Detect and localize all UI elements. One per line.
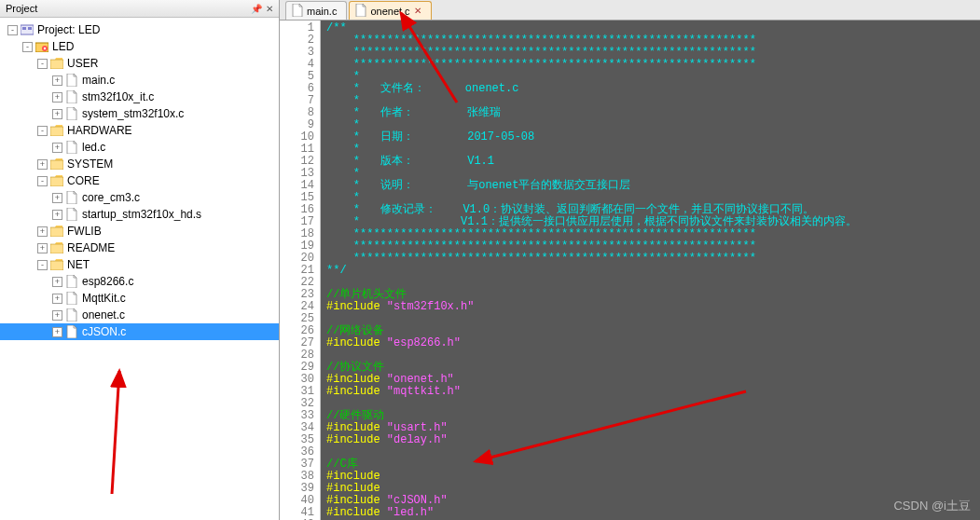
expander-icon[interactable]: -	[37, 260, 48, 270]
svg-rect-6	[50, 60, 63, 69]
file-icon	[64, 191, 79, 204]
folder-icon	[49, 225, 64, 238]
project-icon	[20, 23, 35, 36]
tree-label: led.c	[82, 141, 105, 154]
tree-label: FWLIB	[67, 225, 102, 238]
expander-icon[interactable]: -	[7, 25, 18, 35]
svg-rect-9	[50, 177, 63, 186]
svg-rect-10	[50, 227, 63, 237]
editor-tab[interactable]: main.c	[285, 1, 347, 20]
editor-tabs: main.conenet.c✕	[280, 0, 980, 21]
folder-icon	[49, 57, 64, 70]
tab-label: onenet.c	[370, 6, 409, 17]
expander-icon[interactable]: +	[52, 109, 62, 119]
svg-rect-8	[50, 160, 63, 170]
expander-icon[interactable]: +	[37, 243, 48, 253]
expander-icon[interactable]: +	[37, 226, 48, 237]
svg-rect-2	[28, 27, 32, 30]
tree-item[interactable]: +esp8266.c	[0, 273, 279, 290]
tree-item[interactable]: +SYSTEM	[0, 156, 279, 172]
tree-item[interactable]: +core_cm3.c	[0, 189, 279, 206]
tree-item[interactable]: +startup_stm32f10x_hd.s	[0, 206, 279, 223]
folder-icon	[49, 258, 64, 271]
tree-item[interactable]: +README	[0, 239, 279, 256]
tree-item[interactable]: -CORE	[0, 172, 279, 189]
expander-icon[interactable]: +	[52, 75, 62, 86]
tree-label: LED	[52, 40, 74, 53]
tree-label: cJSON.c	[82, 325, 126, 338]
expander-icon[interactable]: -	[22, 42, 33, 52]
folder-icon	[49, 124, 64, 137]
expander-icon[interactable]: +	[52, 92, 62, 103]
tab-label: main.c	[307, 6, 337, 17]
project-tree[interactable]: -Project: LED-LED-USER+main.c+stm32f10x_…	[0, 18, 279, 520]
tree-item[interactable]: +onenet.c	[0, 307, 279, 323]
expander-icon[interactable]: +	[52, 193, 62, 203]
target-icon	[35, 40, 49, 53]
tree-item[interactable]: +system_stm32f10x.c	[0, 105, 279, 122]
project-panel: Project 📌 ✕ -Project: LED-LED-USER+main.…	[0, 0, 280, 520]
file-icon	[64, 308, 79, 322]
tree-label: Project: LED	[37, 23, 100, 36]
tree-item[interactable]: -USER	[0, 55, 279, 72]
tree-item[interactable]: -HARDWARE	[0, 122, 279, 139]
folder-icon	[49, 157, 64, 171]
svg-rect-12	[50, 261, 63, 270]
tree-label: main.c	[82, 74, 115, 87]
file-icon	[64, 325, 79, 338]
tree-item[interactable]: -LED	[0, 38, 279, 55]
tree-label: esp8266.c	[82, 275, 133, 288]
expander-icon[interactable]: +	[52, 143, 62, 153]
svg-rect-1	[22, 27, 26, 30]
pin-icon[interactable]: 📌	[251, 4, 262, 14]
expander-icon[interactable]: +	[52, 310, 62, 321]
tree-label: README	[67, 241, 115, 254]
tree-label: system_stm32f10x.c	[82, 107, 184, 120]
expander-icon[interactable]: +	[52, 327, 62, 337]
file-icon	[64, 208, 79, 221]
tree-item[interactable]: -Project: LED	[0, 21, 279, 38]
line-gutter: 1234567891011121314151617181920212223242…	[280, 21, 321, 520]
close-icon[interactable]: ✕	[266, 4, 273, 14]
file-icon	[64, 292, 79, 305]
file-icon	[64, 90, 79, 103]
editor-area: main.conenet.c✕ 123456789101112131415161…	[280, 0, 980, 520]
folder-icon	[49, 241, 64, 254]
tree-label: USER	[67, 57, 98, 70]
tree-item[interactable]: +MqttKit.c	[0, 290, 279, 307]
folder-icon	[49, 174, 64, 187]
expander-icon[interactable]: -	[37, 176, 48, 186]
tree-label: NET	[67, 258, 90, 271]
file-icon	[64, 74, 79, 87]
expander-icon[interactable]: +	[52, 294, 62, 304]
tree-item[interactable]: +FWLIB	[0, 223, 279, 239]
tab-close-icon[interactable]: ✕	[414, 6, 421, 16]
file-icon	[292, 4, 303, 19]
code-content[interactable]: /** ************************************…	[321, 21, 980, 520]
expander-icon[interactable]: +	[37, 159, 48, 170]
expander-icon[interactable]: -	[37, 59, 48, 69]
expander-icon[interactable]: -	[37, 126, 48, 136]
tree-label: MqttKit.c	[82, 292, 126, 305]
tree-item[interactable]: +cJSON.c	[0, 323, 279, 340]
expander-icon[interactable]: +	[52, 210, 62, 220]
tree-label: SYSTEM	[67, 157, 113, 171]
code-editor[interactable]: 1234567891011121314151617181920212223242…	[280, 21, 980, 520]
panel-title: Project	[6, 3, 37, 14]
file-icon	[64, 275, 79, 288]
tree-item[interactable]: +main.c	[0, 72, 279, 89]
tree-label: HARDWARE	[67, 124, 132, 137]
tree-item[interactable]: +stm32f10x_it.c	[0, 89, 279, 105]
file-icon	[64, 141, 79, 154]
file-icon	[355, 4, 366, 19]
svg-rect-7	[50, 127, 63, 136]
svg-rect-11	[50, 244, 63, 253]
svg-point-5	[44, 48, 46, 49]
expander-icon[interactable]: +	[52, 277, 62, 287]
tree-item[interactable]: -NET	[0, 256, 279, 273]
tree-item[interactable]: +led.c	[0, 139, 279, 156]
tree-label: CORE	[67, 174, 100, 187]
project-header: Project 📌 ✕	[0, 0, 279, 18]
editor-tab[interactable]: onenet.c✕	[349, 1, 431, 20]
file-icon	[64, 107, 79, 120]
